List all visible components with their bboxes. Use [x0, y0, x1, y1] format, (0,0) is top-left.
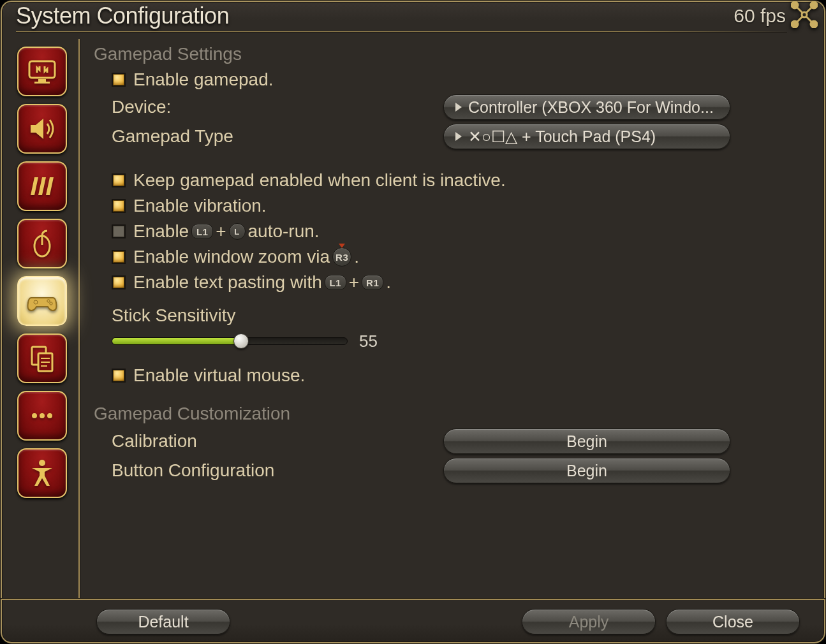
- row-stick-sensitivity-label: Stick Sensitivity: [94, 303, 800, 328]
- title-divider: [16, 31, 787, 33]
- heading-gamepad-settings: Gamepad Settings: [94, 44, 800, 64]
- svg-point-4: [792, 21, 798, 27]
- row-text-paste: Enable text pasting with L1 + R1 .: [94, 270, 800, 295]
- slider-thumb[interactable]: [233, 333, 249, 349]
- slider-stick-sensitivity[interactable]: [112, 337, 348, 345]
- row-window-zoom: Enable window zoom via R3 .: [94, 244, 800, 270]
- rail-sound[interactable]: [17, 104, 67, 154]
- label-enable-gamepad: Enable gamepad.: [133, 70, 274, 90]
- svg-point-2: [792, 2, 798, 8]
- label-button-config: Button Configuration: [112, 460, 443, 481]
- row-autorun: Enable L1 + L auto-run.: [94, 219, 800, 244]
- label-device: Device:: [112, 97, 443, 117]
- button-default[interactable]: Default: [96, 609, 230, 634]
- row-gamepad-type: Gamepad Type ✕○☐△ + Touch Pad (PS4): [94, 122, 800, 151]
- svg-rect-8: [38, 79, 46, 82]
- button-apply[interactable]: Apply: [522, 609, 656, 634]
- checkbox-enable-gamepad[interactable]: [112, 73, 126, 87]
- svg-point-6: [802, 12, 807, 17]
- category-rail: [1, 39, 80, 599]
- dropdown-device[interactable]: Controller (XBOX 360 For Windo...: [443, 94, 730, 120]
- color-bars-icon: [26, 170, 59, 203]
- monitor-icon: [26, 55, 59, 88]
- row-button-config: Button Configuration Begin: [94, 456, 800, 485]
- svg-point-14: [50, 302, 52, 305]
- config-window: System Configuration 60 fps: [0, 0, 826, 644]
- label-stick-sensitivity: Stick Sensitivity: [112, 305, 236, 326]
- rail-accessibility[interactable]: [17, 448, 67, 498]
- row-calibration: Calibration Begin: [94, 427, 800, 456]
- slider-value: 55: [359, 332, 378, 351]
- checkbox-text-paste[interactable]: [112, 275, 126, 289]
- heading-gamepad-customization: Gamepad Customization: [94, 404, 800, 424]
- dropdown-device-value: Controller (XBOX 360 For Windo...: [468, 98, 714, 117]
- slider-fill: [112, 338, 241, 344]
- row-enable-gamepad: Enable gamepad.: [94, 67, 800, 92]
- svg-point-23: [39, 460, 45, 466]
- key-r1-icon: R1: [362, 275, 383, 290]
- rail-display[interactable]: [17, 47, 67, 96]
- button-close[interactable]: Close: [666, 609, 800, 634]
- row-virtual-mouse: Enable virtual mouse.: [94, 363, 800, 388]
- button-calibration-begin[interactable]: Begin: [443, 428, 730, 454]
- label-vibration: Enable vibration.: [133, 196, 267, 216]
- svg-point-21: [40, 413, 45, 418]
- row-keep-enabled: Keep gamepad enabled when client is inac…: [94, 168, 800, 193]
- label-text-paste: Enable text pasting with L1 + R1 .: [133, 272, 391, 293]
- svg-point-5: [811, 21, 817, 27]
- checkbox-virtual-mouse[interactable]: [112, 369, 126, 383]
- speaker-icon: [26, 112, 59, 145]
- dropdown-gamepad-type[interactable]: ✕○☐△ + Touch Pad (PS4): [443, 124, 730, 149]
- key-r3-icon: R3: [332, 247, 351, 267]
- rail-other[interactable]: [17, 391, 67, 441]
- svg-rect-7: [29, 61, 55, 78]
- checkbox-vibration[interactable]: [112, 199, 126, 213]
- svg-point-12: [34, 300, 38, 304]
- key-l1-icon: L1: [325, 275, 346, 290]
- svg-rect-9: [34, 82, 50, 84]
- button-config-begin[interactable]: Begin: [443, 458, 730, 483]
- key-l-icon: L: [229, 223, 246, 240]
- checkbox-autorun[interactable]: [112, 224, 126, 238]
- person-icon: [26, 457, 59, 490]
- label-gamepad-type: Gamepad Type: [112, 126, 443, 147]
- row-vibration: Enable vibration.: [94, 193, 800, 219]
- footer: Default Apply Close: [1, 599, 825, 643]
- row-device: Device: Controller (XBOX 360 For Windo..…: [94, 92, 800, 122]
- dots-icon: [26, 399, 59, 432]
- svg-point-3: [811, 2, 817, 8]
- documents-icon: [26, 342, 59, 375]
- checkbox-window-zoom[interactable]: [112, 250, 126, 264]
- row-stick-sensitivity-slider: 55: [94, 328, 800, 354]
- triangle-right-icon: [455, 103, 462, 112]
- rail-graphics[interactable]: [17, 161, 67, 211]
- key-l1-icon: L1: [191, 224, 213, 239]
- svg-point-20: [32, 413, 37, 418]
- rail-gamepad[interactable]: [17, 276, 67, 326]
- settings-cross-icon[interactable]: [791, 1, 818, 31]
- label-keep-enabled: Keep gamepad enabled when client is inac…: [133, 170, 506, 191]
- dropdown-gamepad-type-value: ✕○☐△ + Touch Pad (PS4): [468, 128, 656, 146]
- svg-point-22: [47, 413, 52, 418]
- triangle-right-icon: [455, 132, 462, 141]
- fps-counter: 60 fps: [734, 5, 786, 27]
- label-window-zoom: Enable window zoom via R3 .: [133, 247, 359, 267]
- label-calibration: Calibration: [112, 431, 443, 451]
- label-virtual-mouse: Enable virtual mouse.: [133, 365, 305, 386]
- gamepad-icon: [25, 284, 59, 318]
- rail-clipboard[interactable]: [17, 333, 67, 383]
- titlebar: System Configuration 60 fps: [1, 1, 825, 31]
- checkbox-keep-enabled[interactable]: [112, 173, 126, 187]
- mouse-icon: [26, 227, 59, 260]
- rail-mouse[interactable]: [17, 219, 67, 268]
- svg-point-13: [47, 300, 50, 302]
- settings-panel: Gamepad Settings Enable gamepad. Device:…: [87, 39, 825, 599]
- window-title: System Configuration: [16, 3, 229, 29]
- label-autorun: Enable L1 + L auto-run.: [133, 221, 320, 242]
